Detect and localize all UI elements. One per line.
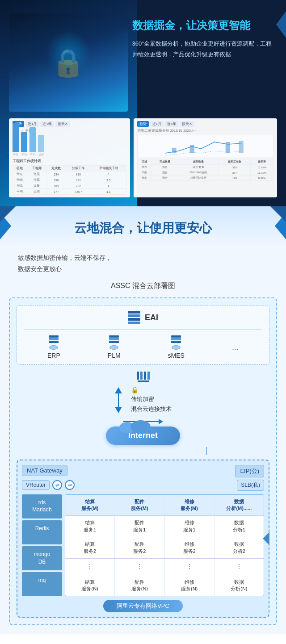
header-row: 结算服务(M) 配件服务(M) 维修服务(M) 数据分析(M)...... <box>65 495 264 516</box>
encrypt-line1: 传输加密 <box>131 396 154 402</box>
bar-2 <box>21 132 27 152</box>
conn-line-left <box>57 447 57 455</box>
cell-1-3: 维修服务1 <box>165 516 214 537</box>
bar-3-label: 平均 <box>30 153 35 157</box>
tab-month[interactable]: 近1月 <box>25 121 39 127</box>
section-data-mining: 🔒 数据掘金，让决策更智能 360°全景数据分析，协助企业更好进行资源调配，工程… <box>0 0 286 206</box>
cloud-desc1: 敏感数据加密传输，云端不保存， <box>18 254 112 261</box>
eai-separator <box>24 330 262 330</box>
router-icon-1: ⇌ <box>52 480 62 490</box>
th-done: 完成数 <box>46 166 66 171</box>
th-region: 区域 <box>13 166 27 171</box>
th-engineer: 工程师 <box>27 166 46 171</box>
vpc-label-text: 阿里云专有网络VPC <box>103 600 183 612</box>
rds-cell: rdsMariadb <box>22 494 62 519</box>
table-row: 华南混合2011-840/运维27711.32% <box>137 170 273 176</box>
tab-y1[interactable]: 近1年 <box>165 121 178 127</box>
internet-cloud: Internet <box>106 427 180 445</box>
encrypt-line2: 混合云连接技术 <box>131 406 172 412</box>
svg-rect-24 <box>189 145 194 153</box>
mongo-cell: mongoDB <box>22 546 62 570</box>
on-premise-section: EAI ERP <box>17 305 269 365</box>
eai-server-icon <box>128 311 140 324</box>
arrow-deco-right2 <box>270 206 286 222</box>
dots-2: ⋮ <box>115 559 164 575</box>
internet-label: Internet <box>128 431 158 440</box>
tab-dx[interactable]: 按天✕ <box>180 121 194 127</box>
encrypt-text: 传输加密 混合云连接技术 <box>131 394 172 414</box>
plm-item: PLM <box>108 335 121 359</box>
bar-1-label: 研发 <box>13 153 18 157</box>
tab-trend2[interactable]: 趋势 <box>137 121 149 127</box>
dots-3: ⋮ <box>165 559 214 575</box>
table-row: 华东混合混合“数量38511.67% <box>137 165 273 170</box>
vpc-section: NAT Gateway EIP(公) VRouter ⇌ ⇌ SLB(私) rd… <box>17 460 269 618</box>
erp-row: ERP PLM <box>24 335 262 359</box>
left-visual: 🔒 <box>9 13 128 112</box>
cloud-desc2: 数据安全更放心 <box>18 265 62 272</box>
smes-item: sMES <box>168 335 185 359</box>
dots-1: ⋮ <box>65 559 115 575</box>
eai-row: EAI <box>24 311 262 324</box>
table-row: 华东张亮2348164 <box>13 171 126 177</box>
tab-year[interactable]: 近1年 <box>40 121 54 127</box>
cell-n-3: 维修服务(N) <box>165 575 214 596</box>
cell-1-2: 配件服务1 <box>115 516 164 537</box>
conn-line-right <box>206 447 207 455</box>
grid-arrow <box>263 532 269 545</box>
tab-m1[interactable]: 近1月 <box>150 121 164 127</box>
dashboard-mocks: 趋势 近1月 近1年 按天✕ 本年 → 本周 研发 平均 <box>9 118 277 197</box>
vrouter-box: VRouter <box>22 480 50 490</box>
cloud-title: 云地混合，让使用更安心 <box>18 220 268 237</box>
mq-cell: mq <box>22 572 62 596</box>
service-row-2: 结算服务2 配件服务2 维修服务2 数据分析2 <box>65 537 264 559</box>
section1-desc: 360°全景数据分析，协助企业更好进行资源调配，工程师绩效更透明，产品优化升级更… <box>132 38 278 60</box>
diagram-title: ASSC 混合云部署图 <box>0 277 286 297</box>
arrow-up <box>115 387 122 393</box>
cell-2-2: 配件服务2 <box>115 537 164 558</box>
stats-table: 区域 工程师 完成数 知识工作 平均相关工时 华东张亮2348164 华南李磊1… <box>13 165 126 195</box>
table-row: 平均运维177725.74.1 <box>13 189 126 195</box>
arrow-deco-left <box>0 206 16 222</box>
erp-label: ERP <box>47 352 60 359</box>
cell-2-1: 结算服务2 <box>65 537 115 558</box>
svg-rect-25 <box>225 142 230 153</box>
stats-table2: 区域 完成数量 超期数量 超期工单数 超期率 华东混合混合“数量38511.67… <box>137 159 273 181</box>
eip-box: EIP(公) <box>235 465 264 477</box>
table-row: 华北设备1637324 <box>13 183 126 189</box>
right-text-area: 数据掘金，让决策更智能 360°全景数据分析，协助企业更好进行资源调配，工程师绩… <box>132 13 278 112</box>
cell-1-1: 结算服务1 <box>65 516 115 537</box>
arrow-down <box>115 407 122 413</box>
service-row-1: 结算服务1 配件服务1 维修服务1 数据分析1 <box>65 516 264 537</box>
header-cell-1: 结算服务(M) <box>65 495 115 516</box>
cell-2-3: 维修服务2 <box>165 537 214 558</box>
table-row: 华北混合总量同比提升1988.07% <box>137 176 273 181</box>
line-chart <box>137 135 273 157</box>
section1-title: 数据掘金，让决策更智能 <box>132 18 278 33</box>
redis-cell: Redis <box>22 520 62 544</box>
bar-4 <box>38 135 44 152</box>
service-grid: 结算服务(M) 配件服务(M) 维修服务(M) 数据分析(M)...... 结算… <box>65 494 264 597</box>
cloud-header: 云地混合，让使用更安心 <box>0 206 286 246</box>
db-column: rdsMariadb Redis mongoDB mq <box>22 494 62 597</box>
bar-chart: 研发 平均 平均 运维 <box>13 135 126 157</box>
bar-2-label: 平均 <box>21 153 27 157</box>
plm-label: PLM <box>108 352 121 359</box>
bar-4-label: 运维 <box>38 153 44 157</box>
dots-label: ... <box>232 343 239 352</box>
dots-4: ⋮ <box>214 559 264 575</box>
section-cloud-hybrid: 云地混合，让使用更安心 敏感数据加密传输，云端不保存， 数据安全更放心 ASSC… <box>0 206 286 634</box>
router-icon-2: ⇌ <box>65 480 75 490</box>
arrow-encryption-section: 🔒 传输加密 混合云连接技术 <box>17 386 269 414</box>
arch-diagram: EAI ERP <box>9 297 277 625</box>
cell-n-2: 配件服务(N) <box>115 575 164 596</box>
vrouter-slb-row: VRouter ⇌ ⇌ SLB(私) <box>22 480 264 491</box>
table-title: 工程师工作统计表 <box>13 159 126 163</box>
dashboard-right: 趋势 近1月 近1年 按天✕ 趋势工单完成量分析 2019/10-2020.4→ <box>134 118 277 197</box>
services-grid: rdsMariadb Redis mongoDB mq 结算服务(M) 配件服务… <box>22 494 264 597</box>
vertical-arrows <box>115 387 122 413</box>
header-cell-4: 数据分析(M)...... <box>214 495 264 516</box>
slb-box: SLB(私) <box>237 480 264 491</box>
tab-day[interactable]: 按天✕ <box>55 121 70 127</box>
connect-lines <box>17 447 269 455</box>
